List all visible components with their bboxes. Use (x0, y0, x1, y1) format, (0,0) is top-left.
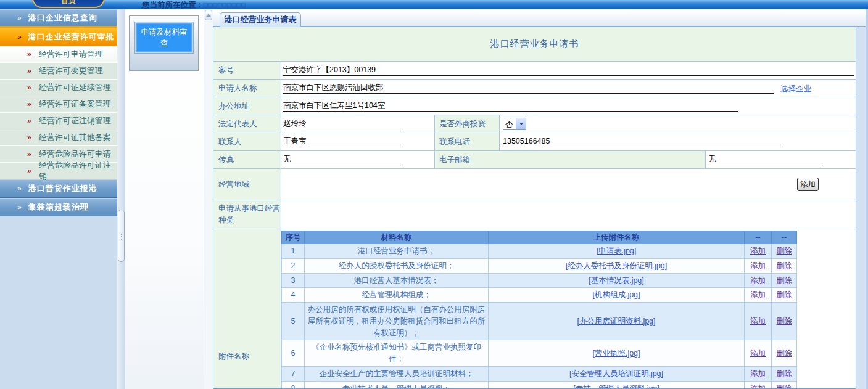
delete-cell: 删除 (772, 303, 797, 340)
attachment-file-link[interactable]: [营业执照.jpg] (592, 349, 640, 358)
double-arrow-icon: » (17, 185, 22, 192)
sidebar-subitem-6[interactable]: »经营许可证其他备案 (0, 129, 117, 146)
business-type-label: 申请从事港口经营种类 (213, 200, 281, 229)
top-bar: 您当前所在位置：□□□□□□□□□ (0, 0, 868, 9)
tab-port-business-application[interactable]: 港口经营业务申请表 (220, 12, 301, 27)
delete-attachment-link[interactable]: 删除 (777, 317, 792, 326)
add-cell: 添加 (745, 381, 772, 389)
material-name: 港口经营人基本情况表； (305, 273, 489, 288)
material-name: 《企业名称预先核准通知书》或工商营业执照复印件； (305, 340, 489, 367)
home-tab[interactable]: 首页 (32, 0, 105, 8)
add-cell: 添加 (745, 244, 772, 259)
applicant-field[interactable]: 南京市白下区恩赐污油回收部 (283, 83, 774, 94)
add-attachment-link[interactable]: 添加 (750, 276, 766, 285)
double-arrow-icon: » (17, 203, 22, 211)
sidebar-subitem-5[interactable]: »经营许可证注销管理 (0, 113, 117, 129)
attachment-file-link[interactable]: [经办人委托书及身份证明.jpg] (566, 261, 668, 270)
office-address-row: 办公地址 南京市白下区仁寿里1号104室 (213, 97, 856, 115)
sidebar-subitem-1[interactable]: »经营许可申请管理 (0, 46, 117, 63)
add-attachment-link[interactable]: 添加 (750, 384, 766, 389)
add-attachment-link[interactable]: 添加 (750, 247, 766, 255)
contact-label: 联系人 (213, 133, 281, 150)
scroll-up-icon (206, 14, 211, 17)
delete-cell: 删除 (772, 288, 797, 303)
file-cell: [机构组成.jpg] (489, 288, 745, 303)
tab-strip: 港口经营业务申请表 (213, 12, 866, 27)
add-attachment-link[interactable]: 添加 (750, 290, 766, 299)
office-address-field[interactable]: 南京市白下区仁寿里1号104室 (283, 100, 738, 112)
phone-label: 联系电话 (434, 133, 500, 150)
contact-field[interactable]: 王春宝 (283, 136, 402, 147)
office-address-label: 办公地址 (213, 97, 281, 115)
arrow-icon: » (27, 83, 31, 92)
file-cell: [营业执照.jpg] (489, 340, 745, 367)
delete-cell: 删除 (772, 366, 797, 381)
sidebar-scrollbar[interactable] (117, 9, 125, 389)
delete-attachment-link[interactable]: 删除 (777, 261, 792, 270)
scroll-up-button[interactable] (205, 10, 212, 20)
attachment-file-link[interactable]: [专技、管理人员资料.jpg] (573, 384, 659, 389)
content-scrollbar[interactable] (204, 9, 213, 389)
application-form: 港口经营业务申请书 案号 宁交港许字【2013】00139 申请人名称 南京市白… (213, 27, 856, 389)
sidebar-subitem-8[interactable]: »经营危险品许可证注销 (0, 163, 117, 179)
delete-attachment-link[interactable]: 删除 (777, 369, 792, 378)
sidebar-item-label: 集装箱超载治理 (28, 202, 89, 213)
scrollbar-thumb[interactable] (118, 210, 125, 262)
sidebar-item-2[interactable]: »港口企业经营许可审批 (0, 28, 117, 46)
legal-rep-row: 法定代表人 赵玲玲 是否外商投资 否 (213, 115, 856, 133)
sidebar-item-label: 港口企业信息查询 (28, 12, 97, 23)
attachments-header-row: 序号 材料名称 上传附件名称 -- -- (282, 231, 797, 244)
add-attachment-link[interactable]: 添加 (750, 261, 766, 270)
email-field[interactable]: 无 (708, 154, 822, 165)
add-attachment-link[interactable]: 添加 (750, 349, 766, 358)
sidebar-subitem-4[interactable]: »经营许可证备案管理 (0, 96, 117, 113)
add-cell: 添加 (745, 340, 772, 367)
row-index: 4 (282, 288, 305, 303)
select-company-link[interactable]: 选择企业 (780, 84, 811, 94)
delete-attachment-link[interactable]: 删除 (777, 384, 792, 389)
delete-attachment-link[interactable]: 删除 (777, 276, 792, 285)
sidebar-item-label: 港口企业经营许可审批 (28, 31, 115, 43)
sidebar-subitem-3[interactable]: »经营许可证延续管理 (0, 80, 117, 96)
sidebar-subitem-2[interactable]: »经营许可变更管理 (0, 63, 117, 80)
page-scrollbar[interactable] (866, 9, 868, 389)
chevron-down-icon[interactable] (516, 118, 526, 129)
case-number-field[interactable]: 宁交港许字【2013】00139 (283, 65, 854, 76)
add-attachment-link[interactable]: 添加 (750, 317, 766, 326)
arrow-icon: » (27, 50, 31, 59)
business-region-row: 经营地域 添加 (213, 169, 856, 200)
review-step-button[interactable]: 申请及材料审查 (136, 23, 192, 52)
delete-attachment-link[interactable]: 删除 (777, 247, 792, 255)
applicant-label: 申请人名称 (213, 80, 281, 97)
breadcrumb-value: □□□□□□□□□ (204, 1, 246, 9)
file-cell: [经办人委托书及身份证明.jpg] (489, 258, 745, 273)
attachment-file-link[interactable]: [安全管理人员培训证明.jpg] (569, 369, 663, 378)
fax-field[interactable]: 无 (283, 154, 402, 165)
add-region-button[interactable]: 添加 (797, 178, 819, 191)
phone-field[interactable]: 13505166485 (503, 136, 782, 147)
attachment-row-7: 7企业安全生产的主要管理人员培训证明材料；[安全管理人员培训证明.jpg]添加删… (282, 366, 797, 381)
attachment-row-6: 6《企业名称预先核准通知书》或工商营业执照复印件；[营业执照.jpg]添加删除 (282, 340, 797, 367)
delete-attachment-link[interactable]: 删除 (777, 349, 792, 358)
sidebar-item-4[interactable]: »集装箱超载治理 (0, 198, 117, 216)
business-region-label: 经营地域 (213, 169, 281, 200)
attachment-file-link[interactable]: [机构组成.jpg] (592, 290, 640, 299)
fax-label: 传真 (213, 151, 281, 168)
col-upload: 上传附件名称 (489, 231, 745, 244)
attachment-file-link[interactable]: [申请表.jpg] (597, 247, 637, 255)
sidebar-item-3[interactable]: »港口普货作业报港 (0, 179, 117, 198)
sidebar-item-1[interactable]: »港口企业信息查询 (0, 9, 117, 28)
arrow-icon: » (27, 150, 31, 158)
legal-rep-field[interactable]: 赵玲玲 (283, 118, 402, 129)
add-attachment-link[interactable]: 添加 (750, 369, 766, 378)
foreign-invest-value: 否 (503, 118, 516, 129)
delete-cell: 删除 (772, 381, 797, 389)
delete-cell: 删除 (772, 244, 797, 259)
attachment-file-link[interactable]: [办公用房证明资料.jpg] (577, 317, 655, 326)
delete-attachment-link[interactable]: 删除 (777, 290, 792, 299)
col-delete: -- (772, 231, 797, 244)
attachments-table: 序号 材料名称 上传附件名称 -- -- 1港口经营业务申请书；[申请表.jpg… (281, 231, 797, 389)
attachment-file-link[interactable]: [基本情况表.jpg] (589, 276, 644, 285)
foreign-invest-select[interactable]: 否 (503, 118, 526, 130)
add-cell: 添加 (745, 288, 772, 303)
